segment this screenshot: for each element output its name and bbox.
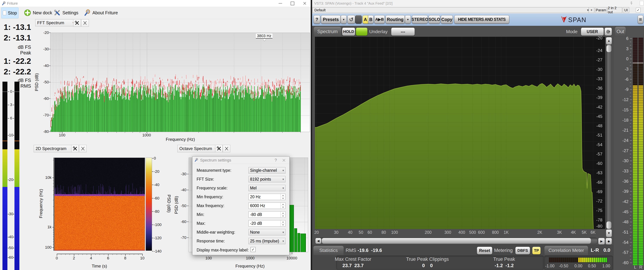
menu-button[interactable]: ≡ [638, 15, 643, 24]
stop-checkbox-icon [3, 11, 6, 15]
spin-down-icon[interactable]: ▼ [281, 197, 285, 200]
spin-down-icon[interactable]: ▼ [281, 223, 285, 226]
minimize-button[interactable] [275, 0, 286, 7]
preset-selector[interactable]: Default▾ [312, 7, 591, 13]
tab-spectrum[interactable]: Spectrum [314, 27, 342, 37]
db-scroll-down-button[interactable]: ▼ [606, 229, 612, 237]
presets-button[interactable]: Presets [321, 15, 341, 24]
settings-button[interactable]: Settings [52, 8, 80, 18]
dialog-select-7[interactable]: None▾ [248, 229, 286, 235]
db-scrollbar[interactable] [606, 37, 612, 229]
spin-down-icon[interactable]: ▼ [281, 215, 285, 218]
meter-scale-label: 20 [8, 177, 14, 182]
solo-button[interactable]: SOLO [428, 15, 440, 24]
stereo-button[interactable]: STEREO [412, 15, 428, 24]
spin-buttons[interactable]: ▲▼ [280, 220, 285, 226]
param-button[interactable]: Param [595, 7, 607, 13]
copy-button[interactable]: Copy [441, 15, 453, 24]
spin-up-icon[interactable]: ▲ [281, 194, 285, 197]
underlay-value-button[interactable]: --- [391, 28, 415, 36]
spectrogram-minor-xtick [78, 254, 78, 255]
routing-button[interactable]: Routing [386, 15, 405, 24]
close-icon [224, 146, 229, 151]
octave-selector[interactable]: Octave Spectrum▾ [178, 145, 218, 152]
tab-correlation-meter[interactable]: Correlation Meter [544, 246, 588, 255]
db-scroll-thumb-top[interactable] [606, 45, 612, 52]
db-scroll-thumb-bottom[interactable] [606, 221, 612, 229]
bypass-checkbox[interactable]: ✓ [636, 8, 640, 12]
freq-scroll-right-button[interactable]: ▶ [598, 238, 605, 244]
presets-dropdown-button[interactable]: ▼ [341, 15, 347, 24]
pin-icon[interactable] [630, 2, 634, 5]
tp-button[interactable]: TP [532, 247, 541, 254]
span-spectrum-canvas [315, 37, 605, 229]
span-db-tick-label: -51 [594, 133, 602, 138]
help-button[interactable]: ? [314, 15, 320, 24]
freeze-toggle-button[interactable] [356, 28, 368, 36]
dialog-select-0[interactable]: Single-channel▾ [248, 167, 286, 174]
dbfs-button[interactable]: DBFS [515, 247, 530, 254]
freq-scroll-left-button[interactable]: ◀ [315, 238, 321, 244]
spin-buttons[interactable]: ▲▼ [280, 203, 285, 209]
colorbar-tick-label: -80 [154, 209, 160, 214]
hide-meters-button[interactable]: HIDE METERS AND STATS [454, 15, 509, 24]
fft-selector[interactable]: FFT Spectrum▾ [35, 19, 76, 26]
ab-b-button[interactable]: B [368, 15, 374, 24]
dialog-spinbox-6[interactable]: -20 dB▲▼ [248, 220, 286, 226]
span-toolbar: ? Presets ▼ ↺ A B A▶B Routing ▼ STEREO S… [312, 14, 644, 26]
preset-add-button[interactable]: + [589, 7, 594, 13]
new-dock-button[interactable]: New dock [22, 8, 54, 18]
freq-scroll-thumb[interactable] [322, 238, 591, 244]
about-button[interactable]: About Friture [82, 8, 120, 18]
ui-button[interactable]: UI [623, 7, 629, 13]
dialog-spinbox-3[interactable]: 20 Hz▲▼ [248, 194, 286, 200]
mode-value-button[interactable]: USER [581, 28, 604, 36]
dialog-spinbox-4[interactable]: 6000 Hz▲▼ [248, 202, 286, 209]
reset-button[interactable]: Reset [477, 247, 492, 254]
hold-button[interactable]: HOLD [342, 28, 355, 36]
maximize-button[interactable] [287, 0, 298, 7]
dialog-close-button[interactable] [282, 158, 286, 162]
spin-up-icon[interactable]: ▲ [281, 220, 285, 223]
spin-down-icon[interactable]: ▼ [281, 206, 285, 209]
dialog-help-button[interactable]: ? [274, 158, 277, 163]
dialog-spinbox-5[interactable]: -80 dB▲▼ [248, 211, 286, 218]
ab-a-button[interactable]: A [362, 15, 368, 24]
zoom-diamond-button[interactable]: ◆ [606, 238, 612, 244]
db-scroll-up-button[interactable]: ▲ [606, 37, 612, 45]
close-button[interactable] [299, 0, 310, 7]
fft-settings-button[interactable] [73, 19, 81, 27]
friture-titlebar[interactable]: Friture [0, 0, 311, 7]
dialog-titlebar[interactable]: Spectrum settings ? [192, 157, 290, 164]
undo-button[interactable]: ↺ [348, 15, 355, 24]
span-freq-tick-label: 60 [364, 230, 376, 235]
spectrogram-selector[interactable]: 2D Spectrogram▾ [34, 145, 74, 152]
fft-close-button[interactable] [81, 19, 89, 27]
octave-close-button[interactable] [223, 145, 230, 152]
spectrogram-settings-button[interactable] [71, 145, 79, 152]
dialog-select-8[interactable]: 25 ms (Impulse)▾ [248, 238, 286, 244]
fft-ytick-label: -40 [39, 63, 49, 68]
tab-statistics[interactable]: Statistics [313, 246, 344, 255]
octave-settings-button[interactable] [215, 145, 223, 152]
routing-dropdown-button[interactable]: ▼ [405, 15, 411, 24]
span-db-tick-label: -36 [594, 86, 602, 91]
spin-buttons[interactable]: ▲▼ [280, 194, 285, 200]
io-button[interactable]: 2 in 2 out [608, 7, 622, 13]
tab-out[interactable]: Out [615, 27, 626, 37]
spin-up-icon[interactable]: ▲ [281, 211, 285, 215]
redo-button[interactable] [355, 15, 362, 24]
dialog-select-2[interactable]: Mel▾ [248, 185, 286, 191]
a-to-b-button[interactable]: A▶B [374, 15, 385, 24]
display-max-frequency-checkbox[interactable]: ✓ [250, 247, 256, 252]
spin-up-icon[interactable]: ▲ [281, 203, 285, 206]
spectrogram-close-button[interactable] [79, 145, 86, 152]
spectrum-settings-button[interactable] [604, 28, 612, 36]
titlebar-extra-button[interactable] [640, 1, 644, 6]
chevron-down-icon: ▾ [282, 178, 284, 181]
dialog-select-1[interactable]: 8192 points▾ [248, 176, 286, 182]
stop-button[interactable]: Stop [1, 8, 18, 18]
spin-buttons[interactable]: ▲▼ [280, 211, 285, 217]
span-titlebar[interactable]: VST3: SPAN (Voxengo) - Track 4 "Aux Feed… [312, 0, 644, 7]
spectrogram-selector-value: 2D Spectrogram [36, 146, 66, 151]
